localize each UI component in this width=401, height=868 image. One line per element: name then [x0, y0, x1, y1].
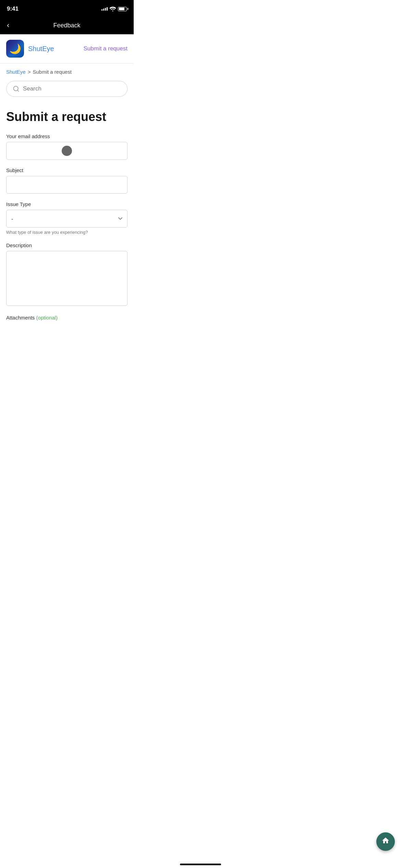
breadcrumb-current: Submit a request [33, 69, 71, 75]
email-label: Your email address [6, 133, 127, 139]
breadcrumb-separator: > [28, 69, 31, 75]
app-name[interactable]: ShutEye [28, 45, 54, 53]
attachments-group: Attachments (optional) [6, 315, 127, 321]
email-input[interactable] [6, 142, 127, 160]
email-group: Your email address [6, 133, 127, 160]
moon-icon: 🌙 [9, 43, 21, 55]
issue-type-group: Issue Type - What type of issue are you … [6, 201, 127, 235]
submit-request-header-link[interactable]: Submit a request [83, 45, 127, 52]
nav-title: Feedback [53, 22, 80, 29]
app-logo: 🌙 [6, 40, 24, 58]
search-bar[interactable] [6, 81, 127, 97]
header: 🌙 ShutEye Submit a request [0, 34, 134, 63]
breadcrumb-home-link[interactable]: ShutEye [6, 69, 26, 75]
subject-label: Subject [6, 167, 127, 173]
description-group: Description [6, 242, 127, 307]
status-time: 9:41 [7, 5, 19, 12]
status-icons [101, 7, 127, 11]
nav-bar: ‹ Feedback [0, 16, 134, 34]
form-title: Submit a request [6, 110, 127, 124]
search-container [0, 78, 134, 103]
issue-type-hint: What type of issue are you experiencing? [6, 230, 127, 235]
form-section: Submit a request Your email address Subj… [0, 103, 134, 335]
search-input[interactable] [23, 85, 121, 92]
attachments-optional: (optional) [36, 315, 58, 321]
back-button[interactable]: ‹ [7, 22, 9, 29]
svg-line-1 [17, 90, 19, 92]
signal-bars-icon [101, 7, 108, 11]
status-bar: 9:41 [0, 0, 134, 16]
header-left: 🌙 ShutEye [6, 40, 54, 58]
battery-icon [118, 7, 127, 11]
subject-group: Subject [6, 167, 127, 194]
wifi-icon [110, 7, 116, 11]
description-textarea[interactable] [6, 251, 127, 306]
search-icon [13, 85, 20, 92]
breadcrumb: ShutEye > Submit a request [0, 63, 134, 78]
attachments-label: Attachments (optional) [6, 315, 127, 321]
subject-input[interactable] [6, 176, 127, 194]
issue-type-select[interactable]: - [6, 210, 127, 228]
issue-type-label: Issue Type [6, 201, 127, 207]
description-label: Description [6, 242, 127, 248]
main-content: ShutEye > Submit a request Submit a requ… [0, 63, 134, 335]
